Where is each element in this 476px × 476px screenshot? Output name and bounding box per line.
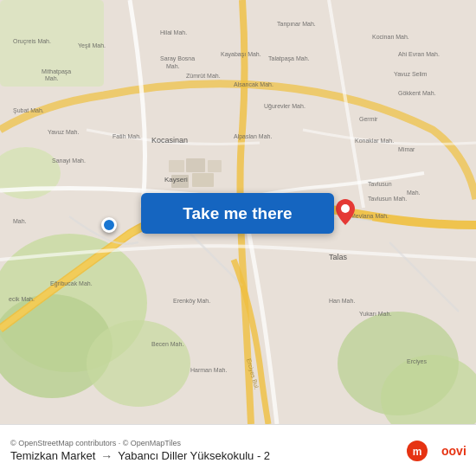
svg-text:Harman Mah.: Harman Mah. (190, 367, 227, 373)
origin-marker (101, 217, 117, 233)
moovit-logo: m oovit (405, 439, 466, 463)
svg-rect-9 (186, 158, 205, 172)
svg-text:Mah.: Mah. (166, 63, 180, 69)
svg-text:Saray Bosna: Saray Bosna (160, 55, 195, 62)
svg-text:Tavlusun Mah.: Tavlusun Mah. (368, 196, 407, 202)
svg-text:Zümrüt Mah.: Zümrüt Mah. (186, 73, 221, 79)
svg-text:Talas: Talas (329, 253, 348, 261)
footer: © OpenStreetMap contributors · © OpenMap… (0, 424, 476, 476)
svg-text:Mah.: Mah. (45, 75, 59, 81)
svg-text:Yavuz Mah.: Yavuz Mah. (48, 129, 79, 135)
svg-point-55 (341, 204, 350, 213)
svg-text:Konaklar Mah.: Konaklar Mah. (355, 138, 394, 144)
svg-text:Sanayi Mah.: Sanayi Mah. (52, 158, 86, 164)
svg-text:m: m (413, 446, 422, 458)
footer-destination: Yabancı Diller Yüksekokulu - 2 (118, 449, 270, 462)
svg-text:Alpaslan Mah.: Alpaslan Mah. (234, 133, 272, 140)
svg-text:Tanpınar Mah.: Tanpınar Mah. (277, 21, 316, 28)
footer-route: Temizkan Market → Yabancı Diller Yükseko… (10, 449, 405, 463)
svg-text:Şubat Mah.: Şubat Mah. (13, 107, 44, 114)
svg-text:Oruçreis Mah.: Oruçreis Mah. (13, 38, 51, 45)
svg-text:Erenköy Mah.: Erenköy Mah. (173, 298, 210, 305)
take-me-there-button[interactable]: Take me there (141, 193, 334, 234)
svg-rect-8 (169, 160, 184, 172)
svg-text:Mithatpaşa: Mithatpaşa (42, 68, 71, 75)
svg-text:Kocinan Mah.: Kocinan Mah. (372, 34, 409, 40)
svg-text:Mimar: Mimar (398, 146, 415, 152)
svg-text:Uğurevler Mah.: Uğurevler Mah. (264, 103, 306, 110)
footer-attribution: © OpenStreetMap contributors · © OpenMap… (10, 439, 405, 447)
svg-rect-10 (208, 160, 222, 172)
footer-arrow: → (100, 449, 113, 463)
map-container: Kocasinan Kayseri Talas Oruçreis Mah. Ye… (0, 0, 476, 424)
svg-text:Yukarı Mah.: Yukarı Mah. (359, 311, 391, 317)
svg-text:Kocasinan: Kocasinan (151, 136, 188, 145)
svg-text:Ahi Evran Mah.: Ahi Evran Mah. (398, 51, 440, 57)
svg-text:Han Mah.: Han Mah. (329, 298, 355, 304)
svg-text:oovit: oovit (441, 444, 466, 458)
svg-text:Fatih Mah.: Fatih Mah. (113, 133, 141, 139)
svg-point-3 (87, 320, 190, 407)
destination-marker (336, 199, 355, 223)
svg-text:Becen Mah.: Becen Mah. (151, 341, 183, 347)
footer-left: © OpenStreetMap contributors · © OpenMap… (10, 439, 405, 463)
svg-text:Erciyes: Erciyes (407, 358, 427, 365)
svg-text:Mah.: Mah. (13, 218, 27, 224)
svg-text:Kayseri: Kayseri (164, 176, 188, 183)
svg-text:Germir: Germir (359, 116, 378, 122)
svg-text:Kayabaşı Mah.: Kayabaşı Mah. (221, 51, 261, 58)
svg-text:Talatpaşa Mah.: Talatpaşa Mah. (268, 55, 310, 62)
svg-text:Hilal Mah.: Hilal Mah. (160, 29, 187, 35)
svg-text:Yavuz Selim: Yavuz Selim (394, 71, 428, 77)
svg-text:Gökkent Mah.: Gökkent Mah. (398, 90, 436, 96)
svg-text:Mevlana Mah.: Mevlana Mah. (351, 213, 389, 219)
svg-text:Yeşil Mah.: Yeşil Mah. (78, 42, 106, 49)
svg-text:ecik Mah.: ecik Mah. (9, 296, 35, 302)
footer-origin: Temizkan Market (10, 449, 95, 462)
svg-text:Mah.: Mah. (407, 190, 421, 196)
svg-text:Alsancak Mah.: Alsancak Mah. (234, 81, 273, 87)
svg-text:Eğribucak Mah.: Eğribucak Mah. (50, 280, 93, 287)
svg-text:Tavlusun: Tavlusun (368, 181, 392, 187)
svg-rect-12 (192, 173, 214, 187)
